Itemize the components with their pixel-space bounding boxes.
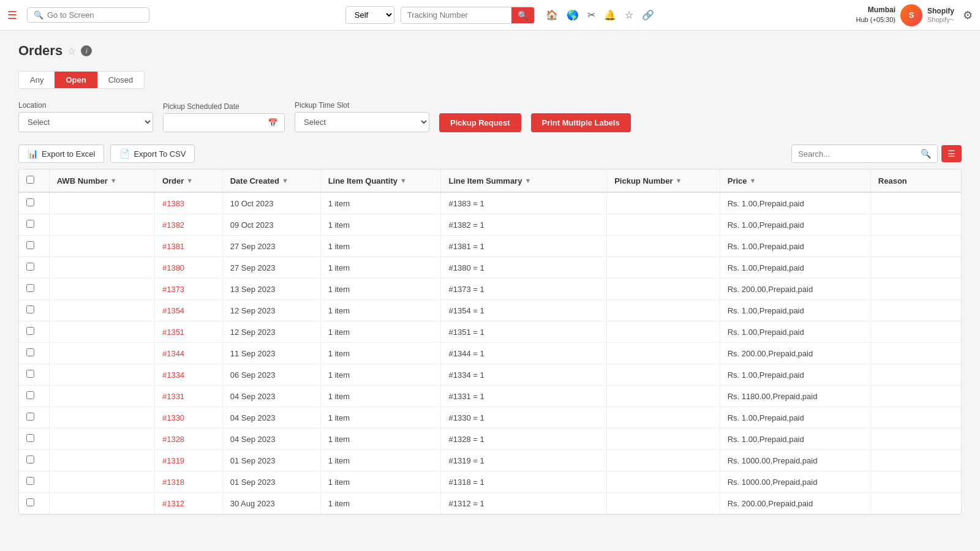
row-checkbox[interactable] — [26, 198, 34, 206]
sort-date-icon[interactable]: ▼ — [282, 177, 288, 184]
row-awb — [49, 236, 154, 257]
row-checkbox[interactable] — [26, 370, 34, 378]
pickup-request-button[interactable]: Pickup Request — [439, 113, 521, 132]
hamburger-icon[interactable]: ☰ — [7, 9, 17, 22]
user-name: Shopify Shopify~ — [927, 7, 954, 24]
th-qty: Line Item Quantity ▼ — [320, 170, 441, 192]
info-icon[interactable]: i — [81, 45, 92, 56]
row-summary: #1334 = 1 — [441, 364, 607, 386]
page-title: Orders — [18, 43, 62, 59]
table-search-input[interactable] — [792, 146, 914, 162]
table-search-area: 🔍 ☰ — [791, 144, 962, 163]
pickup-time-select[interactable]: Select — [295, 112, 429, 132]
row-checkbox-cell — [19, 429, 49, 450]
sort-order-icon[interactable]: ▼ — [186, 177, 193, 184]
row-price: Rs. 1000.00,Prepaid,paid — [720, 450, 870, 471]
settings-icon[interactable]: ⚙ — [963, 9, 973, 22]
row-date: 04 Sep 2023 — [222, 429, 320, 450]
row-awb — [49, 214, 154, 236]
row-reason — [870, 257, 961, 279]
row-checkbox[interactable] — [26, 455, 34, 463]
row-checkbox[interactable] — [26, 241, 34, 249]
select-all-checkbox[interactable] — [26, 176, 34, 184]
row-order[interactable]: #1319 — [154, 450, 222, 471]
sort-qty-icon[interactable]: ▼ — [400, 177, 407, 184]
row-reason — [870, 343, 961, 364]
row-order[interactable]: #1351 — [154, 321, 222, 343]
favorite-icon[interactable]: ☆ — [67, 45, 76, 57]
row-order[interactable]: #1373 — [154, 279, 222, 300]
row-checkbox[interactable] — [26, 434, 34, 442]
row-summary: #1351 = 1 — [441, 321, 607, 343]
row-qty: 1 item — [320, 429, 441, 450]
row-checkbox[interactable] — [26, 263, 34, 271]
table-filter-button[interactable]: ☰ — [941, 145, 962, 162]
user-section: Mumbai Hub (+05:30) S Shopify Shopify~ ⚙ — [856, 4, 973, 26]
row-summary: #1319 = 1 — [441, 450, 607, 471]
tab-closed[interactable]: Closed — [97, 72, 144, 88]
tab-any[interactable]: Any — [19, 72, 55, 88]
row-order[interactable]: #1383 — [154, 192, 222, 214]
main-content: Orders ☆ i Any Open Closed Location Sele… — [0, 31, 980, 551]
th-reason-label: Reason — [878, 176, 907, 186]
row-price: Rs. 1.00,Prepaid,paid — [720, 364, 870, 386]
row-checkbox[interactable] — [26, 220, 34, 228]
global-search-box[interactable]: 🔍 — [27, 7, 149, 23]
export-csv-button[interactable]: 📄 Export To CSV — [110, 144, 195, 163]
export-excel-button[interactable]: 📊 Export to Excel — [18, 144, 104, 163]
print-labels-button[interactable]: Print Multiple Labels — [531, 113, 631, 132]
row-checkbox[interactable] — [26, 477, 34, 485]
row-checkbox[interactable] — [26, 498, 34, 506]
row-awb — [49, 321, 154, 343]
table-search-icon[interactable]: 🔍 — [914, 145, 937, 162]
row-awb — [49, 471, 154, 493]
sort-pickup-icon[interactable]: ▼ — [676, 177, 682, 184]
tab-open[interactable]: Open — [55, 72, 97, 88]
globe-icon[interactable]: 🌎 — [567, 9, 579, 21]
calendar-icon[interactable]: 📅 — [262, 114, 284, 132]
sort-price-icon[interactable]: ▼ — [750, 177, 756, 184]
row-summary: #1381 = 1 — [441, 236, 607, 257]
row-order[interactable]: #1380 — [154, 257, 222, 279]
row-checkbox-cell — [19, 343, 49, 364]
row-checkbox[interactable] — [26, 348, 34, 356]
star-nav-icon[interactable]: ☆ — [625, 9, 633, 21]
tracking-input[interactable] — [401, 7, 511, 23]
th-summary-label: Line Item Summary — [448, 176, 522, 186]
table-row: #1312 30 Aug 2023 1 item #1312 = 1 Rs. 2… — [19, 493, 961, 514]
row-order[interactable]: #1381 — [154, 236, 222, 257]
row-checkbox[interactable] — [26, 413, 34, 421]
table-row: #1318 01 Sep 2023 1 item #1318 = 1 Rs. 1… — [19, 471, 961, 493]
row-order[interactable]: #1331 — [154, 386, 222, 407]
self-select[interactable]: Self — [345, 6, 394, 24]
pickup-date-input[interactable]: 10/12/2023 — [164, 114, 262, 132]
row-order[interactable]: #1328 — [154, 429, 222, 450]
row-order[interactable]: #1344 — [154, 343, 222, 364]
row-checkbox[interactable] — [26, 391, 34, 399]
th-price-label: Price — [728, 176, 747, 186]
scissors-icon[interactable]: ✂ — [587, 9, 595, 21]
row-order[interactable]: #1312 — [154, 493, 222, 514]
row-order[interactable]: #1334 — [154, 364, 222, 386]
tracking-search-button[interactable]: 🔍 — [511, 7, 534, 23]
global-search-input[interactable] — [47, 10, 139, 20]
row-order[interactable]: #1330 — [154, 407, 222, 429]
row-checkbox-cell — [19, 257, 49, 279]
row-checkbox-cell — [19, 386, 49, 407]
location-select[interactable]: Select — [18, 112, 153, 132]
row-summary: #1373 = 1 — [441, 279, 607, 300]
row-order[interactable]: #1354 — [154, 300, 222, 321]
sort-awb-icon[interactable]: ▼ — [110, 177, 117, 184]
table-search-box: 🔍 — [791, 144, 938, 163]
table-body: #1383 10 Oct 2023 1 item #1383 = 1 Rs. 1… — [19, 192, 961, 514]
row-summary: #1330 = 1 — [441, 407, 607, 429]
row-order[interactable]: #1382 — [154, 214, 222, 236]
external-link-icon[interactable]: 🔗 — [642, 9, 654, 21]
row-checkbox[interactable] — [26, 327, 34, 335]
row-order[interactable]: #1318 — [154, 471, 222, 493]
row-checkbox[interactable] — [26, 305, 34, 313]
row-checkbox[interactable] — [26, 284, 34, 292]
sort-summary-icon[interactable]: ▼ — [524, 177, 531, 184]
location-icon[interactable]: 🏠 — [546, 9, 558, 21]
bell-icon[interactable]: 🔔 — [604, 9, 616, 21]
